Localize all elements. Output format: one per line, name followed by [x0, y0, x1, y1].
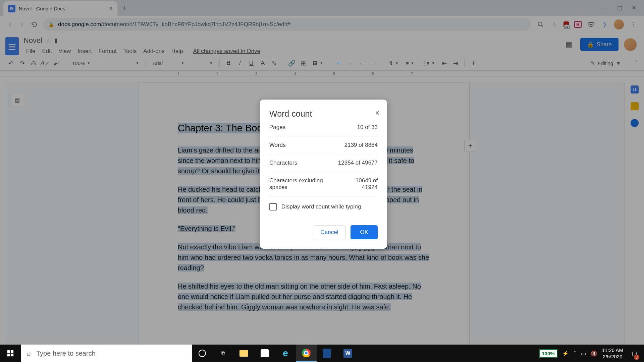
stat-label: Pages	[269, 124, 285, 131]
cancel-button[interactable]: Cancel	[313, 225, 346, 239]
svg-rect-5	[11, 350, 13, 353]
stat-words: Words 2139 of 8884	[269, 136, 378, 154]
clock[interactable]: 11:26 AM 2/5/2020	[602, 347, 623, 360]
notification-badge: 3	[634, 355, 639, 360]
stat-value: 2139 of 8884	[344, 142, 378, 148]
stat-label: Characters	[269, 160, 297, 166]
display-while-typing-row: Display word count while typing	[269, 196, 378, 214]
taskbar-search[interactable]: ⌕ Type here to search	[21, 345, 192, 362]
cortana-icon[interactable]	[192, 345, 213, 362]
svg-rect-6	[7, 354, 10, 356]
action-center-icon[interactable]: ▢ 3	[628, 345, 641, 362]
stat-characters: Characters 12354 of 49677	[269, 154, 378, 172]
windows-taskbar: ⌕ Type here to search ⧉ e W 100% ⚡ ˄ ▭ 🔇…	[0, 345, 644, 362]
stat-pages: Pages 10 of 33	[269, 119, 378, 136]
charging-icon[interactable]: ⚡	[562, 350, 569, 357]
file-explorer-icon[interactable]	[233, 345, 254, 362]
task-view-icon[interactable]: ⧉	[213, 345, 233, 362]
security-app-icon[interactable]	[317, 345, 337, 362]
ok-button[interactable]: OK	[351, 225, 378, 239]
svg-rect-4	[7, 350, 10, 353]
stat-value: 10649 of 41924	[340, 177, 378, 191]
search-icon: ⌕	[27, 350, 31, 357]
stat-label: Words	[269, 142, 286, 148]
word-count-dialog: Word count × Pages 10 of 33 Words 2139 o…	[260, 100, 387, 249]
search-placeholder: Type here to search	[36, 350, 96, 357]
close-dialog-icon[interactable]: ×	[375, 108, 380, 118]
system-tray: 100% ⚡ ˄ ▭ 🔇 11:26 AM 2/5/2020 ▢ 3	[539, 345, 644, 362]
edge-icon[interactable]: e	[275, 345, 296, 362]
stat-label: Characters excluding spaces	[269, 177, 340, 191]
display-while-typing-label: Display word count while typing	[281, 203, 361, 210]
tray-expand-icon[interactable]: ˄	[574, 350, 576, 357]
battery-icon[interactable]: ▭	[581, 350, 586, 357]
stat-value: 10 of 33	[357, 124, 378, 131]
microsoft-store-icon[interactable]	[254, 345, 275, 362]
display-while-typing-checkbox[interactable]	[269, 203, 277, 210]
stat-characters-no-spaces: Characters excluding spaces 10649 of 419…	[269, 172, 378, 196]
date-text: 2/5/2020	[602, 353, 623, 360]
dialog-title: Word count	[269, 109, 378, 119]
volume-mute-icon[interactable]: 🔇	[591, 350, 597, 357]
svg-rect-7	[11, 354, 13, 356]
time-text: 11:26 AM	[602, 347, 623, 354]
stat-value: 12354 of 49677	[338, 160, 378, 166]
battery-percentage[interactable]: 100%	[539, 349, 557, 358]
word-icon[interactable]: W	[337, 345, 358, 362]
chrome-icon[interactable]	[296, 345, 317, 362]
start-button[interactable]	[0, 345, 21, 362]
